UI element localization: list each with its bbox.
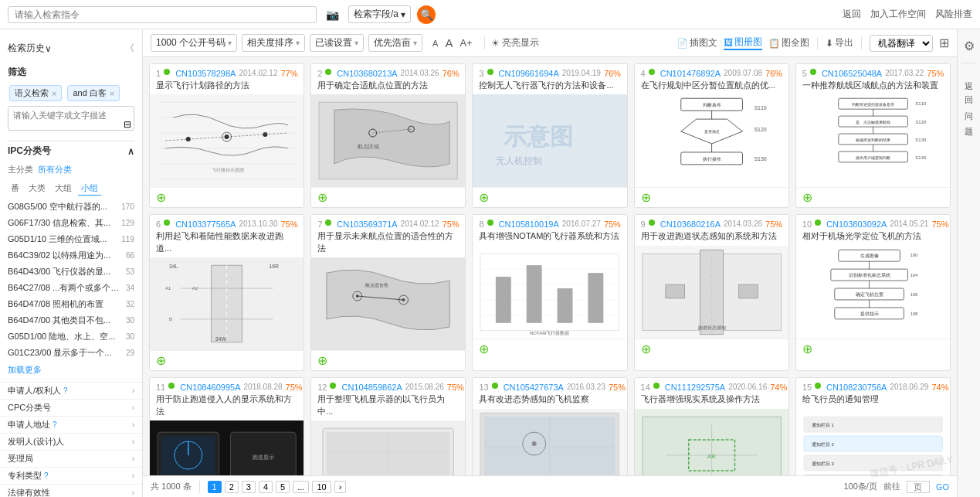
add-to-collection-btn[interactable]: ⊕ (477, 342, 490, 356)
result-id[interactable]: CN105427673A (504, 383, 564, 392)
right-sidebar-btn-problem[interactable]: 问 (963, 100, 975, 110)
goto-input[interactable] (907, 481, 930, 493)
filter-row[interactable]: 受理局› (0, 450, 142, 467)
classify-item[interactable]: G08G5/00 空中航行器的...170 (8, 199, 134, 215)
toolbar-divider3 (861, 37, 862, 49)
size-tab-large-class[interactable]: 大类 (25, 182, 49, 196)
classify-item[interactable]: G06F17/30 信息检索、其...129 (8, 215, 134, 231)
result-id[interactable]: CN108460995A (180, 383, 240, 392)
search-input[interactable] (15, 9, 310, 20)
page-btn[interactable]: 2 (225, 481, 239, 493)
illustration-btn[interactable]: 📄 插图文 (677, 36, 717, 49)
result-title: 相对于机场光学定位飞机的方法 (796, 230, 950, 245)
machine-translate-select[interactable]: 机器翻译 (870, 35, 933, 52)
right-sidebar-btn-question[interactable]: 回 (963, 85, 975, 94)
filter-row[interactable]: 申请人/权利人 ?› (0, 382, 142, 399)
page-btn[interactable]: 4 (259, 481, 273, 493)
right-sidebar-icon1[interactable]: ⚙ (961, 36, 978, 56)
font-small-btn[interactable]: A (430, 38, 440, 49)
add-to-collection-btn[interactable]: ⊕ (801, 342, 814, 356)
add-to-collection-btn[interactable]: ⊕ (639, 190, 653, 205)
quality-select[interactable]: 优先浩亩 ▾ (368, 34, 422, 52)
filter-row[interactable]: 专利类型 ?› (0, 467, 142, 484)
add-to-collection-btn[interactable]: ⊕ (154, 353, 168, 368)
result-id[interactable]: CN108230756A (826, 383, 887, 392)
result-id[interactable]: CN103569371A (337, 220, 397, 229)
size-tab-large-group[interactable]: 大组 (52, 182, 75, 196)
page-btn[interactable]: 3 (242, 481, 256, 493)
add-to-collection-btn[interactable]: ⊕ (316, 353, 329, 368)
add-to-collection-btn[interactable]: ⊕ (477, 190, 490, 205)
camera-icon[interactable]: 📷 (323, 9, 342, 21)
field-select[interactable]: 检索字段/a ▾ (348, 5, 411, 23)
ipc-header[interactable]: IPC分类号 ∧ (8, 141, 134, 161)
result-id[interactable]: CN103377565A (175, 220, 236, 229)
result-id[interactable]: CN111292575A (665, 383, 725, 392)
add-to-collection-btn[interactable]: ⊕ (801, 190, 814, 205)
next-page-btn[interactable]: › (334, 481, 347, 493)
right-sidebar-btn-answer[interactable]: 题 (963, 116, 975, 125)
search-box[interactable] (8, 6, 317, 23)
size-tab-fan[interactable]: 番 (8, 182, 22, 196)
filter-row[interactable]: 法律有效性› (0, 484, 142, 497)
history-header[interactable]: 检索历史 ∨ 《 (8, 39, 134, 58)
gallery-btn[interactable]: 🖼 图册图 (724, 36, 762, 50)
filter-row[interactable]: 发明人(设计)人› (0, 433, 142, 450)
page-btn[interactable]: ... (293, 481, 309, 493)
search-button[interactable]: 🔍 (417, 5, 436, 24)
relevance-select[interactable]: 相关度排序 ▾ (242, 34, 305, 52)
classify-item[interactable]: B64D47/08 照相机的布置32 (8, 296, 134, 312)
workspace-button[interactable]: 加入工作空间 (870, 8, 926, 21)
export-btn[interactable]: ⬇ 导出 (826, 36, 853, 49)
font-large-btn[interactable]: A (443, 36, 455, 50)
result-id[interactable]: CN104859862A (341, 383, 402, 392)
chevron-right-icon: › (132, 420, 134, 429)
result-id[interactable]: CN109661694A (499, 69, 559, 78)
page-btn[interactable]: 10 (312, 481, 331, 493)
return-button[interactable]: 返回 (843, 8, 861, 21)
grid-icon-btn[interactable]: ⊞ (939, 36, 949, 50)
result-actions: ⊕ (311, 187, 465, 207)
load-more-btn[interactable]: 加载更多 (8, 361, 134, 379)
page-btn[interactable]: 1 (208, 481, 222, 493)
classify-item[interactable]: G01C23/00 显示多于一个...29 (8, 345, 134, 361)
add-to-collection-btn[interactable]: ⊕ (316, 190, 329, 205)
count-select[interactable]: 1000 个公开号码 ▾ (151, 34, 237, 52)
page-go-btn[interactable]: GO (936, 482, 949, 492)
result-id[interactable]: CN105810019A (499, 220, 559, 229)
status-dot (164, 220, 170, 226)
result-num: 11 (156, 383, 165, 392)
filter-icon-btn[interactable]: ⊟ (124, 119, 131, 130)
classify-item[interactable]: G05D1/10 三维的位置域...119 (8, 231, 134, 247)
classify-item[interactable]: B64D47/00 其他类目不包...30 (8, 312, 134, 328)
result-score: 75% (286, 383, 303, 392)
result-id[interactable]: CN106525048A (822, 69, 882, 78)
svg-text:示意图: 示意图 (504, 124, 573, 149)
filter-row[interactable]: 申请人地址 ?› (0, 416, 142, 433)
font-plus-btn[interactable]: A+ (457, 36, 474, 49)
status-select[interactable]: 已读设置 ▾ (310, 34, 364, 52)
risk-button[interactable]: 风险排查 (935, 8, 972, 21)
full-btn[interactable]: 📋 图全图 (768, 36, 809, 49)
text-filter-input[interactable] (8, 106, 134, 131)
right-sidebar-btn-return[interactable]: 返 (963, 70, 975, 79)
page-btn[interactable]: 5 (276, 481, 290, 493)
result-id[interactable]: CN103680216A (660, 220, 721, 229)
add-to-collection-btn[interactable]: ⊕ (639, 342, 653, 356)
add-to-collection-btn[interactable]: ⊕ (154, 190, 168, 205)
result-id[interactable]: CN103578298A (175, 69, 236, 78)
result-id[interactable]: CN103680213A (337, 69, 397, 78)
classify-item[interactable]: B64D43/00 飞行仪器的显...53 (8, 264, 134, 280)
result-id[interactable]: CN103803092A (826, 220, 887, 229)
classify-item[interactable]: B64C27/08 ...有两个或多个个...34 (8, 280, 134, 296)
remove-tag2[interactable]: × (110, 89, 114, 98)
filter-row[interactable]: CPC分类号› (0, 399, 142, 416)
result-id[interactable]: CN101476892A (660, 69, 721, 78)
collapse-btn[interactable]: 《 (125, 42, 134, 55)
display-toggle[interactable]: ☀ 亮亮显示 (491, 36, 539, 49)
classify-item[interactable]: B64C39/02 以特殊用途为...66 (8, 247, 134, 264)
classify-item[interactable]: G05D1/00 陆地、水上、空...30 (8, 328, 134, 345)
remove-tag1[interactable]: × (52, 89, 56, 98)
result-actions: ⊕ (473, 339, 626, 359)
size-tab-small-group[interactable]: 小组 (78, 182, 101, 196)
